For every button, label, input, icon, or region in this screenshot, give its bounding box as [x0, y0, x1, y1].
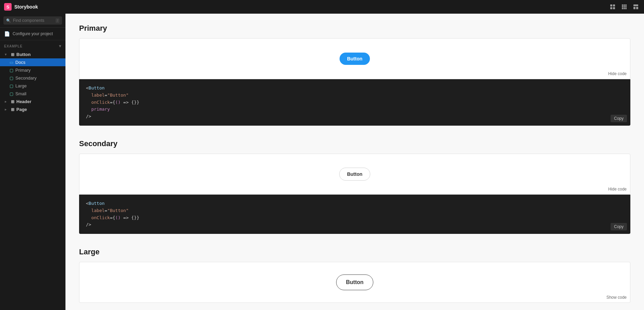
svg-rect-13 — [633, 4, 638, 6]
story-icon-3: ▢ — [10, 84, 13, 88]
app-title: Storybook — [14, 4, 38, 10]
svg-rect-0 — [610, 4, 612, 6]
svg-rect-9 — [625, 6, 627, 8]
configure-label: Configure your project — [13, 31, 53, 36]
large-label: Large — [15, 83, 27, 88]
primary-code-block: <Button label="Button" onClick={() => {}… — [79, 79, 630, 126]
sidebar-item-secondary[interactable]: ▢ Secondary — [0, 74, 65, 82]
main-layout: 🔍 / 📄 Configure your project EXAMPLE ▾ ▾… — [0, 14, 644, 310]
svg-rect-3 — [613, 7, 615, 9]
story-icon: ▢ — [10, 68, 13, 73]
sidebar: 🔍 / 📄 Configure your project EXAMPLE ▾ ▾… — [0, 14, 65, 310]
svg-rect-15 — [636, 7, 638, 9]
large-preview: Button Show code — [79, 262, 630, 303]
sidebar-item-primary[interactable]: ▢ Primary — [0, 66, 65, 74]
svg-rect-4 — [622, 4, 623, 6]
component-icon-page: ⊞ — [11, 107, 14, 112]
large-title: Large — [79, 248, 630, 256]
sidebar-search: 🔍 / — [0, 14, 65, 28]
primary-preview: Button Hide code — [79, 38, 630, 79]
secondary-code-block: <Button label="Button" onClick={() => {}… — [79, 195, 630, 234]
search-box[interactable]: 🔍 / — [3, 16, 62, 25]
svg-rect-10 — [622, 8, 623, 9]
large-show-code-btn[interactable]: Show code — [606, 295, 627, 300]
secondary-copy-btn[interactable]: Copy — [611, 223, 627, 230]
secondary-demo-button[interactable]: Button — [339, 168, 370, 181]
page-label: Page — [16, 107, 27, 112]
content-area: Primary Button Hide code <Button label="… — [65, 14, 644, 310]
toggle-icon: ▾ — [5, 53, 9, 56]
sidebar-item-button[interactable]: ▾ ⊞ Button — [0, 51, 65, 58]
primary-demo-button[interactable]: Button — [340, 53, 370, 65]
grid-2x2-icon[interactable] — [609, 3, 617, 11]
grid-3x3-icon[interactable] — [620, 3, 628, 11]
story-icon-4: ▢ — [10, 91, 13, 96]
svg-rect-1 — [613, 4, 615, 6]
primary-hide-code-btn[interactable]: Hide code — [608, 71, 627, 76]
section-large: Large Button Show code — [79, 248, 630, 303]
top-toolbar: S Storybook — [0, 0, 644, 14]
section-label: EXAMPLE — [4, 44, 23, 48]
logo-icon: S — [4, 3, 12, 11]
layout-icon[interactable] — [632, 3, 640, 11]
large-demo-button[interactable]: Button — [336, 274, 374, 290]
search-input[interactable] — [13, 18, 54, 23]
svg-rect-12 — [625, 8, 627, 9]
primary-copy-btn[interactable]: Copy — [611, 115, 627, 122]
primary-title: Primary — [79, 24, 630, 33]
slash-hint: / — [56, 18, 59, 23]
small-label: Small — [15, 91, 27, 96]
svg-rect-8 — [624, 6, 625, 8]
secondary-label: Secondary — [15, 75, 36, 81]
configure-icon: 📄 — [4, 31, 10, 37]
toggle-icon-page: ▸ — [5, 108, 9, 111]
button-label: Button — [16, 52, 31, 57]
svg-rect-2 — [610, 7, 612, 9]
svg-rect-5 — [624, 4, 625, 6]
secondary-code: <Button label="Button" onClick={() => {}… — [79, 195, 630, 234]
story-icon-2: ▢ — [10, 76, 13, 81]
primary-label: Primary — [15, 68, 31, 73]
sidebar-item-docs[interactable]: ▭ Docs — [0, 58, 65, 66]
svg-rect-11 — [624, 8, 625, 9]
sidebar-item-large[interactable]: ▢ Large — [0, 82, 65, 90]
toggle-icon-header: ▸ — [5, 100, 9, 103]
configure-project[interactable]: 📄 Configure your project — [0, 28, 65, 40]
sidebar-item-small[interactable]: ▢ Small — [0, 90, 65, 98]
sidebar-tree: ▾ ⊞ Button ▭ Docs ▢ Primary ▢ Secondary … — [0, 50, 65, 114]
secondary-preview: Button Hide code — [79, 154, 630, 195]
header-label: Header — [16, 99, 31, 104]
section-collapse-icon[interactable]: ▾ — [59, 44, 61, 48]
sidebar-item-page[interactable]: ▸ ⊞ Page — [0, 105, 65, 113]
component-icon-header: ⊞ — [11, 99, 14, 104]
docs-icon: ▭ — [10, 60, 13, 65]
component-icon: ⊞ — [11, 52, 14, 57]
sidebar-section-header: EXAMPLE ▾ — [0, 40, 65, 50]
svg-rect-14 — [633, 7, 635, 9]
svg-rect-6 — [625, 4, 627, 6]
secondary-hide-code-btn[interactable]: Hide code — [608, 187, 627, 192]
svg-rect-7 — [622, 6, 623, 8]
sidebar-item-header[interactable]: ▸ ⊞ Header — [0, 98, 65, 105]
secondary-title: Secondary — [79, 139, 630, 148]
storybook-logo: S Storybook — [4, 3, 38, 11]
section-secondary: Secondary Button Hide code <Button label… — [79, 139, 630, 234]
search-icon: 🔍 — [6, 18, 11, 23]
primary-code: <Button label="Button" onClick={() => {}… — [79, 79, 630, 126]
docs-label: Docs — [15, 60, 26, 65]
section-primary: Primary Button Hide code <Button label="… — [79, 24, 630, 126]
